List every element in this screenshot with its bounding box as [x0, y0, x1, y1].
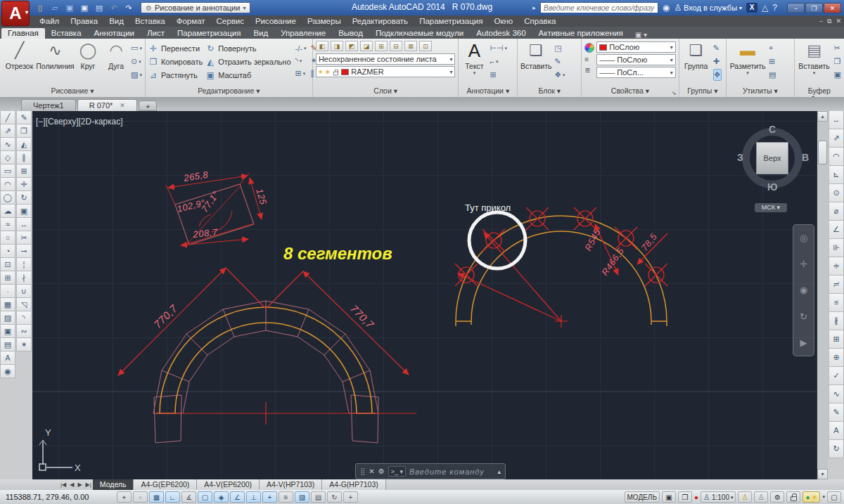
- panel-expander-icon[interactable]: ⇘: [672, 90, 677, 96]
- stretch-button[interactable]: ⊿Растянуть: [148, 69, 203, 82]
- help-icon[interactable]: ?: [772, 3, 777, 13]
- close-icon[interactable]: ✕: [120, 102, 125, 109]
- mirror-button[interactable]: ◭Отразить зеркально: [205, 56, 290, 68]
- arc-icon[interactable]: ◠: [0, 178, 15, 191]
- navigation-bar[interactable]: ◎ ✛ ◉ ↻ ▶: [793, 224, 814, 356]
- zoom-icon[interactable]: ◉: [800, 285, 807, 295]
- application-menu-button[interactable]: A▾: [1, 1, 30, 26]
- explode-icon[interactable]: ✶: [16, 338, 32, 351]
- full-navigation-wheel-icon[interactable]: ◎: [800, 233, 807, 243]
- tab-manage[interactable]: Управление: [274, 28, 332, 39]
- workspace-gear-button[interactable]: ⚙: [770, 491, 784, 503]
- polyline-button[interactable]: ∿Полилиния: [39, 40, 72, 86]
- ortho-toggle[interactable]: ∟: [165, 491, 180, 503]
- bulb-icon[interactable]: ●: [319, 68, 322, 75]
- chamfer-icon[interactable]: ◹: [16, 298, 32, 311]
- circle-icon[interactable]: ◯: [0, 191, 15, 205]
- hatch-button[interactable]: ▨▾: [131, 69, 142, 81]
- hardware-acceleration-button[interactable]: ● ☀: [803, 491, 820, 503]
- menu-window[interactable]: Окно: [489, 17, 519, 25]
- gradient-icon[interactable]: ▨: [0, 311, 15, 325]
- close-icon[interactable]: ✕: [369, 467, 374, 475]
- trim-icon[interactable]: ✂: [16, 231, 32, 245]
- customize-icon[interactable]: ⚙: [378, 467, 385, 475]
- menu-format[interactable]: Формат: [171, 17, 211, 25]
- last-layout-icon[interactable]: ▶|: [84, 482, 93, 488]
- offset-icon[interactable]: ∥: [16, 151, 32, 164]
- command-line[interactable]: ⣿ ✕ ⚙ >_ ▾ Введите команду ▴: [355, 463, 506, 479]
- tab-annotate[interactable]: Аннотации: [88, 28, 141, 39]
- snap-toggle[interactable]: ▫: [133, 491, 148, 503]
- grid-toggle[interactable]: ▦: [149, 491, 164, 503]
- viewcube-top-face[interactable]: Верх: [756, 142, 788, 174]
- layer-unisolate-icon[interactable]: ◪: [360, 41, 373, 51]
- search-icon[interactable]: ◉: [663, 3, 670, 13]
- save-icon[interactable]: ▣: [63, 2, 76, 13]
- coordinates-readout[interactable]: 115388.71, 279.46, 0.00: [6, 493, 111, 501]
- ucs-icon[interactable]: Y X: [39, 427, 81, 473]
- center-mark-icon[interactable]: ⊕: [829, 349, 844, 367]
- scrollbar-thumb[interactable]: [818, 141, 827, 164]
- quick-calc-button[interactable]: ⊞: [769, 56, 776, 67]
- define-attributes-button[interactable]: ✎: [554, 56, 565, 67]
- create-block-icon[interactable]: ⊞: [0, 271, 15, 285]
- segmented-arch-figure[interactable]: 770,7 770,7: [118, 268, 416, 443]
- text-button[interactable]: A Текст▾: [461, 40, 487, 86]
- quick-view-drawings-button[interactable]: ❐: [678, 491, 692, 503]
- dim-edit-icon[interactable]: ✎: [829, 403, 844, 422]
- menu-insert[interactable]: Вставка: [129, 17, 171, 25]
- orbit-icon[interactable]: ↻: [800, 311, 807, 322]
- polygon-icon[interactable]: ◇: [0, 151, 15, 164]
- linetype-dropdown[interactable]: ——ПоСл...▾: [596, 67, 675, 78]
- menu-parametric[interactable]: Параметризация: [414, 17, 488, 25]
- close-button[interactable]: ✕: [824, 3, 841, 13]
- scale-button[interactable]: ▣Масштаб: [205, 69, 290, 82]
- tab-autodesk360[interactable]: Autodesk 360: [470, 28, 532, 39]
- multileader-button[interactable]: ⌐▾: [490, 56, 507, 67]
- scroll-down-icon[interactable]: ▾: [817, 469, 828, 479]
- layer-state-dropdown[interactable]: Несохраненное состояние листа▾: [316, 53, 456, 65]
- layout-tab-a4g-ep6200[interactable]: A4-G(EP6200): [134, 479, 197, 490]
- fillet-icon[interactable]: ◝: [16, 311, 32, 325]
- menu-view[interactable]: Вид: [103, 17, 129, 25]
- polar-tracking-toggle[interactable]: ∡: [181, 491, 196, 503]
- double-arc-figure[interactable]: R545 R466,5 78,5 Тут прикол: [455, 202, 667, 328]
- panel-caption-properties[interactable]: Свойства ▾: [582, 86, 678, 97]
- layer-color-swatch[interactable]: [341, 69, 349, 75]
- arc-button[interactable]: ◠Дуга: [104, 40, 128, 86]
- insert-block-button[interactable]: ❏ Вставить: [520, 40, 551, 86]
- circle-button[interactable]: ◯Круг: [75, 40, 101, 86]
- menu-file[interactable]: Файл: [34, 17, 65, 25]
- tab-plugins[interactable]: Подключаемые модули: [369, 28, 470, 39]
- panel-caption-annotation[interactable]: Аннотации ▾: [459, 86, 517, 97]
- table-button[interactable]: ⊞: [490, 69, 507, 81]
- revision-cloud-icon[interactable]: ☁: [0, 205, 15, 218]
- qnew-icon[interactable]: ▯: [34, 2, 46, 13]
- clean-screen-button[interactable]: ▢: [827, 491, 841, 503]
- object-snap-toggle[interactable]: ▢: [198, 491, 212, 503]
- doc-close-button[interactable]: ✕: [836, 18, 841, 25]
- tolerance-icon[interactable]: ⊞: [829, 330, 844, 349]
- command-options-button[interactable]: >_ ▾: [388, 466, 406, 477]
- next-layout-icon[interactable]: ▶: [76, 482, 83, 488]
- mirror-icon[interactable]: ◭: [16, 138, 32, 151]
- construction-line-icon[interactable]: ⇗: [0, 124, 15, 138]
- layer-thaw-icon[interactable]: ⊟: [390, 41, 402, 51]
- unlock-icon[interactable]: [333, 72, 338, 76]
- file-tab-r070[interactable]: R 070*✕: [77, 99, 137, 111]
- dim-linear-icon[interactable]: ↔: [829, 111, 844, 129]
- panel-caption-clipboard[interactable]: Буфер обмена: [795, 86, 844, 97]
- dim-space-icon[interactable]: ≡: [829, 294, 844, 312]
- insert-block-icon[interactable]: ⊡: [0, 258, 15, 271]
- dim-diameter-icon[interactable]: ⌀: [829, 202, 844, 221]
- table-icon[interactable]: ▤: [0, 338, 15, 351]
- tab-featured-apps[interactable]: Активные приложения: [532, 28, 629, 39]
- model-space-button[interactable]: МОДЕЛЬ: [625, 491, 660, 503]
- dim-jogged-icon[interactable]: ⊾: [829, 166, 844, 184]
- dim-aligned-icon[interactable]: ⇗: [829, 129, 844, 148]
- break-icon[interactable]: ∤: [16, 271, 32, 285]
- dim-baseline-icon[interactable]: ≑: [829, 257, 844, 276]
- extend-icon[interactable]: ⊸: [16, 245, 32, 258]
- annotation-alert-icon[interactable]: ●: [694, 493, 698, 501]
- undo-icon[interactable]: ↶: [108, 2, 120, 13]
